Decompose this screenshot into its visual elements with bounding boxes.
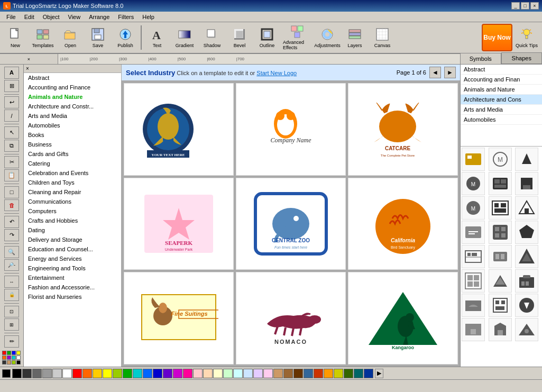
color-swatch[interactable] xyxy=(153,369,162,378)
template-7[interactable]: Fine Suitings xyxy=(124,272,234,364)
category-cards[interactable]: Cards and Gifts xyxy=(24,149,121,159)
category-crafts[interactable]: Crafts and Hobbies xyxy=(24,216,121,225)
layers-button[interactable]: Layers xyxy=(342,23,368,52)
undo2-button[interactable]: ↶ xyxy=(4,216,19,228)
redo-button[interactable]: ↷ xyxy=(4,229,19,241)
color-swatch[interactable] xyxy=(273,369,283,378)
symbol-1[interactable] xyxy=(462,148,485,171)
color-swatch[interactable] xyxy=(113,369,122,378)
symbol-10[interactable] xyxy=(462,221,485,244)
symbols-tab[interactable]: Symbols xyxy=(460,53,501,64)
category-architecture[interactable]: Architecture and Constr... xyxy=(24,102,121,111)
category-cleaning[interactable]: Cleaning and Repair xyxy=(24,187,121,197)
category-dating[interactable]: Dating xyxy=(24,225,121,235)
canvas-button[interactable]: Canvas xyxy=(369,23,396,52)
color-swatch[interactable] xyxy=(143,369,152,378)
color-swatch[interactable] xyxy=(183,369,192,378)
adjustments-button[interactable]: Adjustments xyxy=(314,23,341,52)
color-swatch[interactable] xyxy=(193,369,203,378)
title-bar-buttons[interactable]: _ □ × xyxy=(511,2,539,10)
color-swatch[interactable] xyxy=(344,369,353,378)
color-swatch[interactable] xyxy=(22,369,32,378)
category-celebration[interactable]: Celebration and Events xyxy=(24,168,121,178)
template-3[interactable]: CATCARE The Complete Pet Store xyxy=(348,83,458,176)
symbol-14[interactable] xyxy=(489,245,512,268)
symbol-3[interactable] xyxy=(515,148,538,171)
delete-button[interactable]: 🗑 xyxy=(4,199,19,212)
category-animals[interactable]: Animals and Nature xyxy=(24,92,121,102)
prev-page-button[interactable]: ◄ xyxy=(429,67,441,78)
ungroup-button[interactable]: ⊞ xyxy=(4,318,19,331)
close-button[interactable]: × xyxy=(530,2,539,10)
zoom-in-button[interactable]: 🔍 xyxy=(4,246,19,258)
color-swatch[interactable] xyxy=(334,369,343,378)
arrow-tool-button[interactable]: ↖ xyxy=(4,126,19,139)
shapes-tab[interactable]: Shapes xyxy=(501,52,543,64)
color-swatch[interactable] xyxy=(283,369,293,378)
template-8[interactable]: NOMACO xyxy=(236,272,346,364)
symbol-12[interactable] xyxy=(515,221,538,244)
template-1[interactable]: YOUR TEXT HERE xyxy=(124,83,234,176)
outline-button[interactable]: Outline xyxy=(254,23,280,52)
color-swatch[interactable] xyxy=(103,369,112,378)
quick-tips-button[interactable]: Quick Tips xyxy=(513,23,540,52)
color-swatch[interactable] xyxy=(233,369,243,378)
text-button[interactable]: A Text xyxy=(144,23,170,52)
color-swatch[interactable] xyxy=(203,369,213,378)
template-6[interactable]: California Bird Sanctuary xyxy=(348,178,458,270)
color-swatch[interactable] xyxy=(133,369,142,378)
right-cat-accounting[interactable]: Accounting and Finan xyxy=(461,75,542,85)
category-abstract[interactable]: Abstract xyxy=(24,73,121,83)
category-catering[interactable]: Catering xyxy=(24,159,121,168)
menu-view[interactable]: View xyxy=(64,13,85,21)
color-swatch[interactable] xyxy=(253,369,263,378)
color-swatch[interactable] xyxy=(293,369,303,378)
symbol-19[interactable] xyxy=(462,294,485,317)
symbol-11[interactable] xyxy=(489,221,512,244)
select-all-button[interactable]: ⊞ xyxy=(4,80,19,92)
category-automobiles[interactable]: Automobiles xyxy=(24,121,121,130)
template-4[interactable]: SEAPERK Underwater Park xyxy=(124,178,234,270)
color-swatch[interactable] xyxy=(82,369,92,378)
copy-tool-button[interactable]: ⧉ xyxy=(4,140,19,152)
bevel-button[interactable]: Bevel xyxy=(226,23,253,52)
symbol-17[interactable] xyxy=(489,269,512,293)
buy-now-button[interactable]: Buy Now xyxy=(482,24,512,51)
category-children[interactable]: Children and Toys xyxy=(24,178,121,187)
right-cat-architecture[interactable]: Architecture and Cons xyxy=(461,95,542,105)
color-swatch[interactable] xyxy=(304,369,313,378)
category-delivery[interactable]: Delivery and Storage xyxy=(24,235,121,244)
shadow-button[interactable]: Shadow xyxy=(199,23,225,52)
color-swatch[interactable] xyxy=(213,369,223,378)
group-button[interactable]: ⊡ xyxy=(4,306,19,318)
symbol-6[interactable] xyxy=(515,172,538,195)
category-arts[interactable]: Arts and Media xyxy=(24,111,121,121)
undo-button[interactable]: ↩ xyxy=(4,96,19,108)
symbol-7[interactable]: M xyxy=(462,196,485,220)
new-button[interactable]: New xyxy=(2,23,29,52)
template-2[interactable]: Company Name xyxy=(236,83,346,176)
category-florist[interactable]: Florist and Nurseries xyxy=(24,292,121,302)
color-swatch[interactable] xyxy=(32,369,42,378)
category-energy[interactable]: Energy and Services xyxy=(24,254,121,263)
templates-button[interactable]: Templates xyxy=(30,23,56,52)
text-tool-button[interactable]: A xyxy=(4,67,19,79)
right-cat-automobiles[interactable]: Automobiles xyxy=(461,115,542,125)
publish-button[interactable]: Publish xyxy=(112,23,139,52)
category-fashion[interactable]: Fashion and Accessorie... xyxy=(24,282,121,292)
line-tool-button[interactable]: / xyxy=(4,110,19,122)
symbol-2[interactable]: M xyxy=(489,148,512,171)
menu-arrange[interactable]: Arrange xyxy=(85,13,114,21)
template-9[interactable]: Kangaroo xyxy=(348,272,458,364)
color-swatch[interactable] xyxy=(354,369,363,378)
template-5[interactable]: CENTRAL ZOO Fun times start here xyxy=(236,178,346,270)
shape-tool-button[interactable]: □ xyxy=(4,186,19,198)
color-swatch[interactable] xyxy=(52,369,62,378)
category-accounting[interactable]: Accounting and Finance xyxy=(24,83,121,92)
open-button[interactable]: Open xyxy=(57,23,84,52)
color-swatch[interactable] xyxy=(12,369,22,378)
advanced-effects-button[interactable]: Advanced Effects xyxy=(281,23,313,52)
symbol-13[interactable] xyxy=(462,245,485,268)
flip-v-button[interactable]: 🔒 xyxy=(4,289,19,301)
minimize-button[interactable]: _ xyxy=(511,2,520,10)
